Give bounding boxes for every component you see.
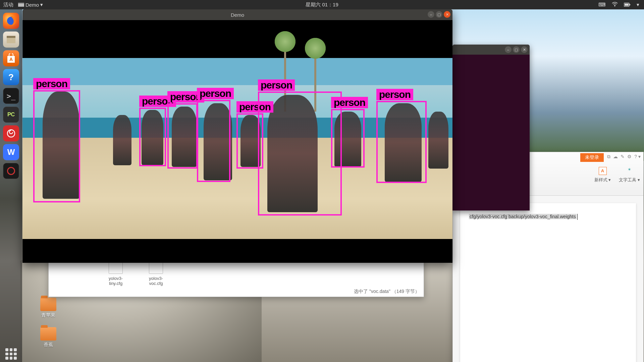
dock-software[interactable]: A xyxy=(3,50,19,66)
top-panel: 活动 Demo ▾ 星期六 01：19 ⌨ ▾ xyxy=(0,0,644,9)
detection-box: person xyxy=(197,100,230,182)
wps-document[interactable]: cfg/yolov3-voc.cfg backup/yolov3-voc_fin… xyxy=(460,203,636,362)
svg-point-2 xyxy=(614,5,615,6)
demo-window[interactable]: Demo – ▢ ✕ personpersonpersonpersonperso… xyxy=(22,9,452,263)
dock-screen-recorder[interactable] xyxy=(3,163,19,179)
tool-label: 文字工具 ▾ xyxy=(619,177,640,183)
maximize-button[interactable]: ▢ xyxy=(513,46,520,53)
detection-label: person xyxy=(258,79,295,91)
music-icon xyxy=(6,128,16,138)
maximize-button[interactable]: ▢ xyxy=(436,11,442,18)
window-icon xyxy=(18,3,24,7)
apps-grid-icon xyxy=(5,348,17,360)
minimize-button[interactable]: – xyxy=(505,46,512,53)
svg-rect-8 xyxy=(7,38,15,43)
launcher-dock: A ? >_ PC W xyxy=(0,9,22,362)
svg-rect-7 xyxy=(7,36,15,38)
terminal-window[interactable]: – ▢ ✕ xyxy=(452,45,530,210)
detection-label: person xyxy=(376,89,413,100)
activities-button[interactable]: 活动 xyxy=(3,2,13,8)
cloud-icon[interactable]: ☁ xyxy=(613,154,618,160)
files-icon xyxy=(6,35,16,44)
wps-page-area[interactable]: cfg/yolov3-voc.cfg backup/yolov3-voc_fin… xyxy=(453,196,643,362)
text-cursor xyxy=(577,214,578,220)
new-style-button[interactable]: A 新样式 ▾ xyxy=(594,167,611,183)
clock[interactable]: 星期六 01：19 xyxy=(306,2,338,8)
gear-icon[interactable]: ⚙ xyxy=(627,154,632,160)
help-icon: ? xyxy=(8,72,14,82)
wifi-icon[interactable] xyxy=(612,2,618,8)
wps-help-icons: ⧉ ☁ ✎ ⚙ ? ▾ xyxy=(607,154,641,160)
tool-label: 新样式 ▾ xyxy=(594,177,611,183)
dock-pycharm[interactable]: PC xyxy=(3,107,19,123)
svg-rect-4 xyxy=(629,4,630,5)
close-button[interactable]: ✕ xyxy=(444,11,450,18)
folder-icon xyxy=(40,298,56,311)
pycharm-icon: PC xyxy=(7,112,15,118)
dock-files[interactable] xyxy=(3,32,19,48)
file-name: yolov3-tiny.cfg xyxy=(109,276,123,286)
minimize-button[interactable]: – xyxy=(428,11,434,18)
dock-netease-music[interactable] xyxy=(3,125,19,141)
desktop-folder[interactable]: 青苹果 xyxy=(38,298,58,318)
svg-rect-1 xyxy=(18,3,24,4)
person-silhouette xyxy=(113,115,131,165)
help-dropdown[interactable]: ? ▾ xyxy=(634,154,641,160)
desktop-folder[interactable]: 香蕉 xyxy=(38,327,58,348)
detection-label: person xyxy=(197,88,234,99)
detection-box: person xyxy=(331,109,365,168)
dock-terminal[interactable]: >_ xyxy=(3,88,19,104)
folder-label: 香蕉 xyxy=(44,342,53,347)
svg-rect-5 xyxy=(625,4,629,6)
detection-box: person xyxy=(376,101,427,183)
detection-box: person xyxy=(258,92,342,216)
detection-box: person xyxy=(139,108,166,166)
chevron-down-icon[interactable]: ▾ xyxy=(637,2,639,8)
text-tools-button[interactable]: ✶ 文字工具 ▾ xyxy=(619,167,640,183)
detection-box: person xyxy=(33,90,80,202)
wps-login-button[interactable]: 未登录 xyxy=(580,153,604,162)
svg-text:A: A xyxy=(9,57,13,62)
shopping-bag-icon: A xyxy=(7,53,15,63)
dock-wps[interactable]: W xyxy=(3,144,19,160)
person-silhouette xyxy=(428,112,448,169)
layout-icon[interactable]: ⧉ xyxy=(607,154,610,160)
detection-box: person xyxy=(167,103,198,169)
terminal-icon: >_ xyxy=(7,92,16,100)
wps-icon: W xyxy=(7,147,15,157)
detection-label: person xyxy=(331,97,368,108)
edit-icon[interactable]: ✎ xyxy=(621,154,625,160)
detection-label: person xyxy=(33,78,70,89)
file-name: yolov3-voc.cfg xyxy=(149,276,163,286)
chevron-down-icon: ▾ xyxy=(40,2,43,8)
text-tools-icon: ✶ xyxy=(626,167,634,175)
doc-text: cfg/yolov3-voc.cfg backup/yolov3-voc_fin… xyxy=(469,214,577,219)
demo-titlebar[interactable]: Demo – ▢ ✕ xyxy=(22,9,452,20)
close-button[interactable]: ✕ xyxy=(521,46,528,53)
folder-icon xyxy=(40,327,56,341)
no-entry-icon xyxy=(7,167,15,175)
new-style-icon: A xyxy=(599,167,607,175)
folder-label: 青苹果 xyxy=(41,312,55,318)
video-frame: personpersonpersonpersonpersonpersonpers… xyxy=(22,20,452,263)
app-menu[interactable]: Demo ▾ xyxy=(18,2,43,8)
files-statusbar: 选中了 "voc.data" （149 字节） xyxy=(354,289,420,295)
window-title: Demo xyxy=(231,12,244,18)
dock-firefox[interactable] xyxy=(3,13,19,29)
keyboard-indicator-icon[interactable]: ⌨ xyxy=(598,2,606,8)
battery-icon[interactable] xyxy=(624,2,631,8)
dock-show-apps[interactable] xyxy=(3,346,19,362)
firefox-icon xyxy=(5,15,17,26)
dock-help[interactable]: ? xyxy=(3,69,19,85)
app-menu-label: Demo xyxy=(25,2,39,8)
terminal-titlebar[interactable]: – ▢ ✕ xyxy=(452,45,530,55)
